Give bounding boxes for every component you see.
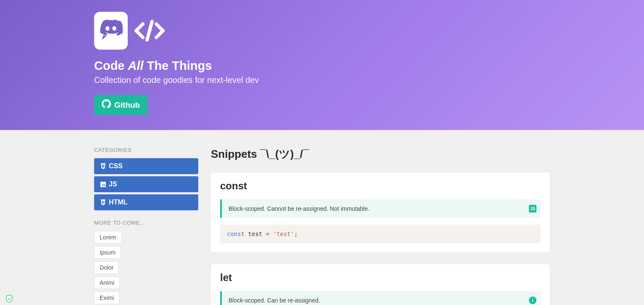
code-icon — [133, 18, 166, 43]
tag-animi[interactable]: Animi — [94, 276, 120, 289]
hero-title: Code All The Things — [94, 59, 550, 73]
category-html[interactable]: HTML — [94, 194, 198, 210]
snippet-title: const — [220, 180, 541, 192]
discord-icon — [94, 12, 128, 50]
github-button[interactable]: Github — [94, 95, 147, 115]
tag-dolor[interactable]: Dolor — [94, 261, 119, 274]
info-icon: i — [529, 297, 536, 304]
snippet-const: const Block-scoped. Cannot be re-assigne… — [211, 172, 550, 252]
category-js[interactable]: JS JS — [94, 176, 198, 192]
svg-line-0 — [147, 21, 152, 40]
sidebar: CATEGORIES CSS JS JS HTML MORE TO COME… … — [94, 147, 198, 305]
hero-banner: Code All The Things Collection of code g… — [0, 0, 644, 130]
categories-label: CATEGORIES — [94, 147, 198, 153]
more-label: MORE TO COME… — [94, 220, 198, 226]
github-icon — [102, 99, 111, 111]
category-css[interactable]: CSS — [94, 158, 198, 174]
css3-icon — [100, 163, 106, 169]
html5-icon — [100, 199, 106, 205]
logo-row — [94, 12, 550, 50]
snippet-code: const test = 'test'; — [220, 225, 541, 243]
snippet-title: let — [220, 272, 541, 284]
snippets-heading: Snippets ¯\_(ツ)_/¯ — [211, 147, 550, 162]
shield-icon — [6, 295, 13, 302]
snippet-let: let Block-scoped. Can be re-assigned. i — [211, 264, 550, 305]
category-list: CSS JS JS HTML — [94, 158, 198, 210]
snippet-description: Block-scoped. Cannot be re-assigned. Not… — [220, 199, 541, 218]
hero-subtitle: Collection of code goodies for next-leve… — [94, 75, 550, 85]
js-icon: JS — [100, 181, 106, 187]
tag-lorem[interactable]: Lorem — [94, 231, 122, 244]
main-content: Snippets ¯\_(ツ)_/¯ const Block-scoped. C… — [211, 147, 550, 305]
tag-eximi[interactable]: Eximi — [94, 292, 119, 304]
tag-list: Lorem Ipsum Dolor Animi Eximi Nullius — [94, 231, 198, 305]
github-label: Github — [114, 101, 140, 110]
js-badge-icon: JS — [529, 205, 536, 212]
snippet-description: Block-scoped. Can be re-assigned. i — [220, 291, 541, 305]
svg-text:JS: JS — [101, 183, 105, 187]
tag-ipsum[interactable]: Ipsum — [94, 246, 121, 259]
